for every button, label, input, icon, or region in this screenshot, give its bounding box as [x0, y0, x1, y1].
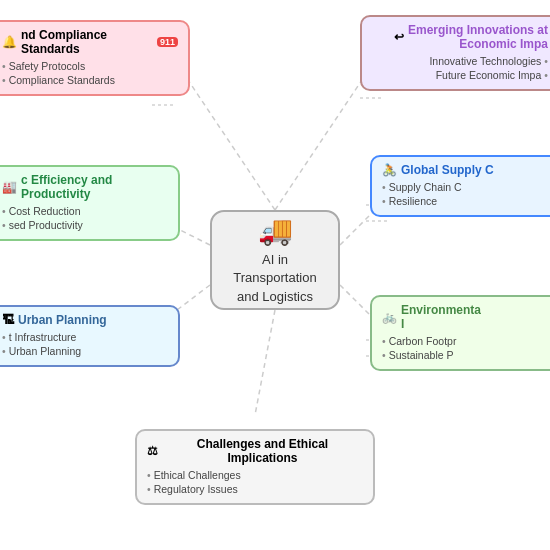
list-item: Carbon Footpr	[382, 335, 548, 347]
list-item: Regulatory Issues	[147, 483, 363, 495]
list-item: Cost Reduction	[2, 205, 168, 217]
urban-node: 🏗 Urban Planning t Infrastructure Urban …	[0, 305, 180, 367]
list-item: Ethical Challenges	[147, 469, 363, 481]
scales-icon: ⚖	[147, 444, 158, 458]
list-item: Sustainable P	[382, 349, 548, 361]
supply-icon: 🚴	[382, 163, 397, 177]
supply-node: 🚴 Global Supply C Supply Chain C Resilie…	[370, 155, 550, 217]
svg-line-6	[255, 310, 275, 415]
list-item: Urban Planning	[2, 345, 168, 357]
environmental-subitems: Carbon Footpr Sustainable P	[382, 335, 548, 361]
innovations-subitems: Innovative Technologies Future Economic …	[372, 55, 548, 81]
urban-title: 🏗 Urban Planning	[2, 313, 168, 327]
innovations-node: ↩ Emerging Innovations atEconomic Impa I…	[360, 15, 550, 91]
list-item: sed Productivity	[2, 219, 168, 231]
environmental-node: 🚲 EnvironmentaI Carbon Footpr Sustainabl…	[370, 295, 550, 371]
list-item: Compliance Standards	[2, 74, 178, 86]
compliance-node: 🔔 nd Compliance Standards 911 Safety Pro…	[0, 20, 190, 96]
list-item: Innovative Technologies	[372, 55, 548, 67]
truck-icon: 🚚	[258, 214, 293, 247]
bike-icon: 🚲	[382, 310, 397, 324]
supply-title: 🚴 Global Supply C	[382, 163, 548, 177]
factory-icon: 🏭	[2, 180, 17, 194]
list-item: Future Economic Impa	[372, 69, 548, 81]
list-item: t Infrastructure	[2, 331, 168, 343]
challenges-node: ⚖ Challenges and Ethical Implications Et…	[135, 429, 375, 505]
innovations-icon: ↩	[394, 30, 404, 44]
building-icon: 🏗	[2, 313, 14, 327]
svg-line-0	[180, 68, 275, 210]
compliance-title: 🔔 nd Compliance Standards 911	[2, 28, 178, 56]
efficiency-node: 🏭 c Efficiency andProductivity Cost Redu…	[0, 165, 180, 241]
supply-subitems: Supply Chain C Resilience	[382, 181, 548, 207]
list-item: Safety Protocols	[2, 60, 178, 72]
center-node: 🚚 AI inTransportationand Logistics	[210, 210, 340, 310]
innovations-title: ↩ Emerging Innovations atEconomic Impa	[372, 23, 548, 51]
challenges-subitems: Ethical Challenges Regulatory Issues	[147, 469, 363, 495]
svg-line-1	[275, 68, 370, 210]
efficiency-subitems: Cost Reduction sed Productivity	[2, 205, 168, 231]
environmental-title: 🚲 EnvironmentaI	[382, 303, 548, 331]
urban-subitems: t Infrastructure Urban Planning	[2, 331, 168, 357]
compliance-subitems: Safety Protocols Compliance Standards	[2, 60, 178, 86]
center-label: AI inTransportationand Logistics	[233, 251, 316, 306]
challenges-title: ⚖ Challenges and Ethical Implications	[147, 437, 363, 465]
mindmap-canvas: 🚚 AI inTransportationand Logistics 🔔 nd …	[0, 0, 550, 550]
compliance-icon: 🔔	[2, 35, 17, 49]
list-item: Resilience	[382, 195, 548, 207]
compliance-badge: 911	[157, 37, 178, 47]
list-item: Supply Chain C	[382, 181, 548, 193]
efficiency-title: 🏭 c Efficiency andProductivity	[2, 173, 168, 201]
